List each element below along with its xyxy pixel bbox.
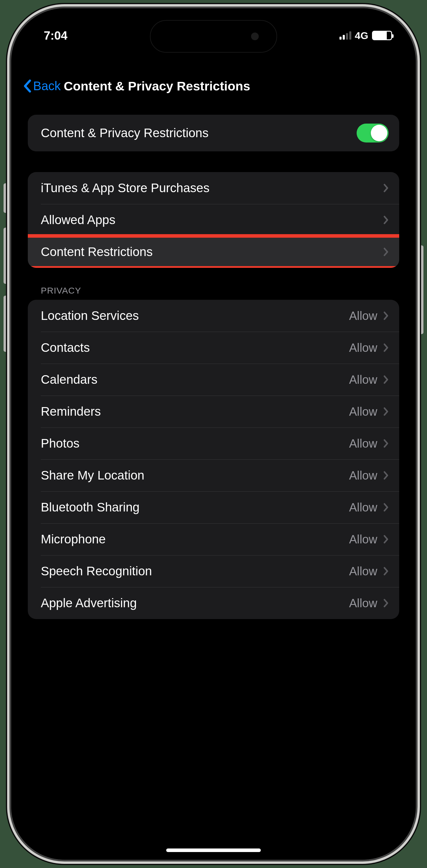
- row-label: Microphone: [41, 532, 349, 546]
- master-toggle[interactable]: [357, 124, 389, 143]
- chevron-right-icon: [383, 247, 389, 256]
- chevron-right-icon: [383, 599, 389, 608]
- row-value: Allow: [349, 405, 377, 418]
- chevron-right-icon: [383, 184, 389, 192]
- row-share-my-location[interactable]: Share My LocationAllow: [28, 459, 399, 491]
- row-content-restrictions[interactable]: Content Restrictions: [28, 236, 399, 268]
- row-label: Reminders: [41, 404, 349, 418]
- chevron-left-icon: [23, 80, 31, 93]
- row-microphone[interactable]: MicrophoneAllow: [28, 523, 399, 555]
- row-value: Allow: [349, 373, 377, 386]
- master-toggle-group: Content & Privacy Restrictions: [28, 115, 399, 151]
- page-title: Content & Privacy Restrictions: [64, 79, 404, 93]
- phone-frame: 7:04 4G Back Con: [11, 8, 416, 860]
- row-label: Calendars: [41, 373, 349, 387]
- row-reminders[interactable]: RemindersAllow: [28, 396, 399, 428]
- privacy-group: Location ServicesAllowContactsAllowCalen…: [28, 300, 399, 619]
- chevron-right-icon: [383, 471, 389, 480]
- master-toggle-label: Content & Privacy Restrictions: [41, 126, 357, 140]
- network-label: 4G: [355, 30, 368, 41]
- status-bar: 7:04 4G: [11, 24, 416, 47]
- row-itunes-purchases[interactable]: iTunes & App Store Purchases: [28, 172, 399, 204]
- chevron-right-icon: [383, 407, 389, 416]
- row-label: Photos: [41, 436, 349, 451]
- row-label: Contacts: [41, 341, 349, 355]
- row-speech-recognition[interactable]: Speech RecognitionAllow: [28, 555, 399, 587]
- row-label: Location Services: [41, 309, 349, 323]
- power-button: [419, 245, 423, 334]
- row-label: Speech Recognition: [41, 564, 349, 578]
- content-area[interactable]: Content & Privacy Restrictions iTunes & …: [11, 115, 416, 860]
- master-toggle-row[interactable]: Content & Privacy Restrictions: [28, 115, 399, 151]
- chevron-right-icon: [383, 343, 389, 352]
- row-apple-advertising[interactable]: Apple AdvertisingAllow: [28, 587, 399, 619]
- row-label: iTunes & App Store Purchases: [41, 181, 383, 195]
- nav-bar: Back Content & Privacy Restrictions: [11, 70, 416, 102]
- row-value: Allow: [349, 501, 377, 514]
- home-indicator[interactable]: [166, 848, 261, 852]
- back-button[interactable]: Back: [23, 79, 61, 93]
- battery-icon: [372, 31, 392, 40]
- row-value: Allow: [349, 437, 377, 450]
- volume-switch: [4, 183, 8, 213]
- row-label: Content Restrictions: [41, 245, 383, 259]
- row-value: Allow: [349, 565, 377, 578]
- volume-down-button: [4, 296, 8, 352]
- row-value: Allow: [349, 597, 377, 610]
- chevron-right-icon: [383, 375, 389, 384]
- chevron-right-icon: [383, 216, 389, 224]
- screen: 7:04 4G Back Con: [11, 8, 416, 860]
- row-contacts[interactable]: ContactsAllow: [28, 332, 399, 364]
- restrictions-group: iTunes & App Store Purchases Allowed App…: [28, 172, 399, 268]
- row-label: Apple Advertising: [41, 596, 349, 610]
- row-label: Share My Location: [41, 468, 349, 483]
- row-bluetooth-sharing[interactable]: Bluetooth SharingAllow: [28, 491, 399, 523]
- back-label: Back: [33, 79, 61, 93]
- volume-up-button: [4, 228, 8, 284]
- row-value: Allow: [349, 469, 377, 482]
- row-label: Allowed Apps: [41, 213, 383, 227]
- status-time: 7:04: [44, 29, 67, 42]
- chevron-right-icon: [383, 567, 389, 576]
- row-calendars[interactable]: CalendarsAllow: [28, 364, 399, 396]
- chevron-right-icon: [383, 439, 389, 448]
- row-photos[interactable]: PhotosAllow: [28, 428, 399, 459]
- row-value: Allow: [349, 533, 377, 546]
- row-allowed-apps[interactable]: Allowed Apps: [28, 204, 399, 236]
- chevron-right-icon: [383, 535, 389, 544]
- row-value: Allow: [349, 309, 377, 322]
- chevron-right-icon: [383, 311, 389, 320]
- row-value: Allow: [349, 341, 377, 354]
- cellular-signal-icon: [339, 31, 351, 40]
- chevron-right-icon: [383, 503, 389, 512]
- section-header-privacy: Privacy: [41, 286, 399, 296]
- row-label: Bluetooth Sharing: [41, 500, 349, 515]
- row-location-services[interactable]: Location ServicesAllow: [28, 300, 399, 332]
